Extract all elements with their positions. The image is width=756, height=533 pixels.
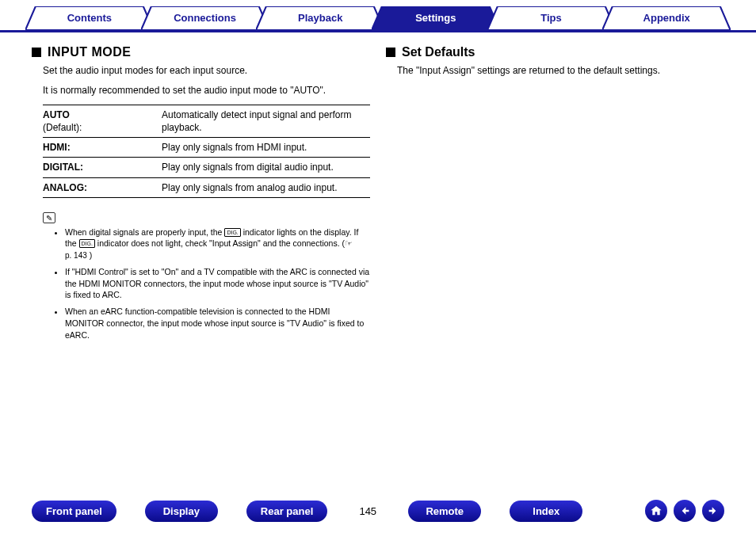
dig-indicator-icon: DIG. <box>79 239 95 248</box>
nav-icon-group <box>645 500 724 522</box>
tab-label: Appendix <box>643 12 690 24</box>
tab-label: Tips <box>540 12 562 24</box>
table-row: DIGITAL: Play only signals from digital … <box>43 158 370 177</box>
intro-line-1: Set the audio input modes for each input… <box>43 64 370 78</box>
page-ref-link[interactable]: p. 143 <box>65 250 87 261</box>
home-button[interactable] <box>645 500 667 522</box>
row-desc: Play only signals from digital audio inp… <box>162 158 370 177</box>
notes-list: When digital signals are properly input,… <box>65 227 370 341</box>
table-row: AUTO (Default): Automatically detect inp… <box>43 105 370 137</box>
row-label: AUTO <box>43 109 70 120</box>
tab-label: Settings <box>415 12 456 24</box>
home-icon <box>650 504 662 517</box>
arrow-right-icon <box>707 504 720 517</box>
note-block: ✎ When digital signals are properly inpu… <box>43 212 370 341</box>
content: Input Mode Set the audio input modes for… <box>0 32 756 345</box>
tab-label: Playback <box>298 12 342 24</box>
tab-label: Contents <box>67 12 112 24</box>
list-item: When digital signals are properly input,… <box>65 227 370 261</box>
row-label: HDMI: <box>43 138 162 158</box>
arrow-left-icon <box>678 504 691 517</box>
row-desc: Play only signals from HDMI input. <box>162 138 370 158</box>
square-bullet-icon <box>386 48 395 57</box>
tab-tips[interactable]: Tips <box>487 6 616 30</box>
row-label: DIGITAL: <box>43 158 162 177</box>
note-text: indicator does not light, check "Input A… <box>97 238 353 248</box>
top-nav: Contents Connections Playback Settings T… <box>0 0 756 32</box>
prev-page-button[interactable] <box>674 500 696 522</box>
tab-appendix[interactable]: Appendix <box>602 6 731 30</box>
bottom-bar: Front panel Display Rear panel 145 Remot… <box>0 500 756 522</box>
table-row: HDMI: Play only signals from HDMI input. <box>43 138 370 158</box>
next-page-button[interactable] <box>702 500 724 522</box>
row-sublabel: (Default): <box>43 122 82 133</box>
display-button[interactable]: Display <box>145 501 218 522</box>
index-button[interactable]: Index <box>510 501 582 522</box>
note-text: When digital signals are properly input,… <box>65 227 224 237</box>
section-title-input-mode: Input Mode <box>32 45 370 59</box>
dig-indicator-icon: DIG. <box>224 228 240 237</box>
square-bullet-icon <box>32 48 41 57</box>
note-text: ) <box>90 250 93 260</box>
list-item: If "HDMI Control" is set to "On" and a T… <box>65 266 370 301</box>
rear-panel-button[interactable]: Rear panel <box>246 501 327 522</box>
tab-label: Connections <box>174 12 236 24</box>
pencil-note-icon: ✎ <box>43 212 55 223</box>
row-label: ANALOG: <box>43 177 162 197</box>
front-panel-button[interactable]: Front panel <box>32 501 116 522</box>
title-text: Input Mode <box>48 45 131 59</box>
list-item: When an eARC function-compatible televis… <box>65 306 370 341</box>
tab-contents[interactable]: Contents <box>25 6 154 30</box>
tab-connections[interactable]: Connections <box>141 6 269 30</box>
row-desc: Automatically detect input signal and pe… <box>162 105 370 137</box>
section-title-set-defaults: Set Defaults <box>386 45 724 59</box>
tab-settings[interactable]: Settings <box>372 6 500 30</box>
tab-playback[interactable]: Playback <box>256 6 384 30</box>
intro-line-2: It is normally recommended to set the au… <box>43 84 370 97</box>
remote-button[interactable]: Remote <box>408 501 481 522</box>
input-mode-table: AUTO (Default): Automatically detect inp… <box>43 105 370 198</box>
row-desc: Play only signals from analog audio inpu… <box>162 177 370 197</box>
page-number: 145 <box>356 505 380 517</box>
table-row: ANALOG: Play only signals from analog au… <box>43 177 370 197</box>
set-defaults-text: The "Input Assign" settings are returned… <box>397 64 724 78</box>
left-column: Input Mode Set the audio input modes for… <box>32 45 370 345</box>
title-text: Set Defaults <box>402 45 475 59</box>
right-column: Set Defaults The "Input Assign" settings… <box>386 45 724 345</box>
